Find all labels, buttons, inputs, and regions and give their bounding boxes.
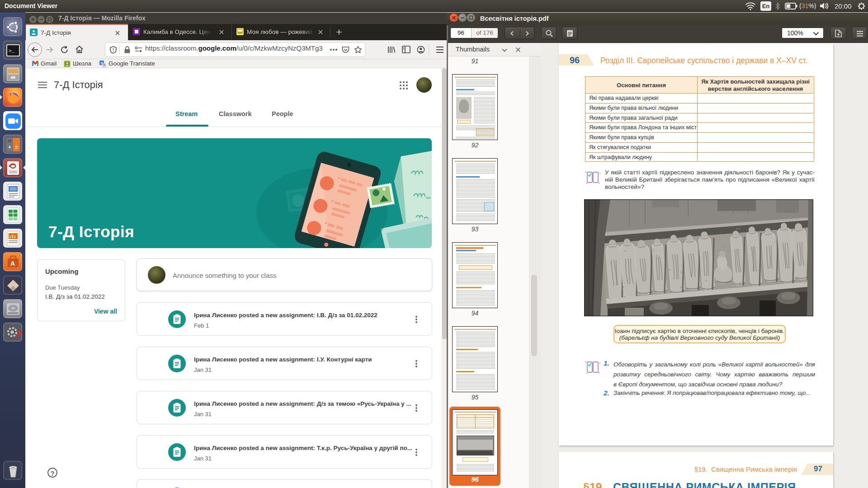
svg-text:>_: >_: [9, 48, 15, 54]
svg-text:+: +: [8, 144, 11, 150]
svg-text:=: =: [15, 144, 18, 150]
svg-text:A: A: [10, 260, 15, 267]
